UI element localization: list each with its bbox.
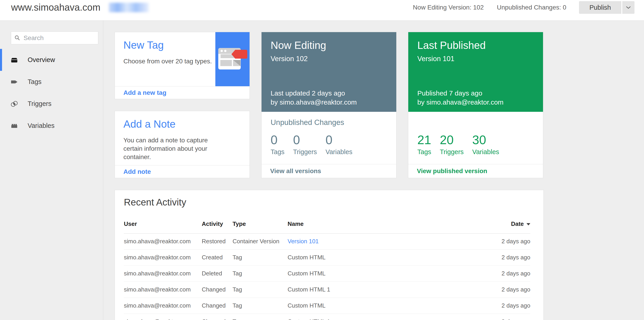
add-note-card-main: Add a Note You can add a note to capture… [115, 111, 250, 165]
search-input[interactable] [23, 34, 95, 42]
cell-type: Container Version [232, 234, 288, 250]
cell-date: 2 days ago [472, 234, 530, 250]
left-card-column: New Tag Choose from over 20 tag types. [114, 32, 250, 178]
sidebar-item-label: Tags [28, 78, 42, 85]
sidebar-item-triggers[interactable]: Triggers [0, 93, 103, 115]
cell-date: 2 days ago [472, 298, 530, 314]
unpublished-changes-heading: Unpublished Changes [270, 118, 344, 127]
tag-icon [10, 78, 18, 86]
now-editing-body: Unpublished Changes 0 Tags 0 Triggers [262, 112, 396, 164]
add-note-link[interactable]: Add note [124, 168, 151, 175]
cell-date: 2 days ago [472, 250, 530, 266]
activity-table-body: simo.ahava@reaktor.com Restored Containe… [124, 234, 530, 320]
cell-activity: Restored [202, 234, 232, 250]
topbar: www.simoahava.com Now Editing Version: 1… [0, 0, 644, 20]
recent-activity-card: Recent Activity User Activity Type Name … [114, 190, 544, 320]
last-published-title: Last Published [417, 39, 486, 51]
search-box [11, 31, 98, 44]
new-tag-card-footer: Add a new tag [115, 86, 250, 99]
stat-triggers: 20 Triggers [440, 133, 464, 156]
sidebar-nav: Overview Tags [0, 49, 103, 137]
add-note-title: Add a Note [124, 118, 176, 130]
cell-date: 2 days ago [472, 282, 530, 298]
activity-table-row: simo.ahava@reaktor.com Restored Containe… [124, 234, 530, 250]
activity-table-header-row: User Activity Type Name Date [124, 217, 530, 234]
now-editing-meta: Last updated 2 days ago by simo.ahava@re… [270, 89, 357, 107]
cell-name-link[interactable]: Version 101 [288, 234, 472, 250]
now-editing-hero: Now Editing Version 102 Last updated 2 d… [262, 32, 396, 112]
published-version-stats: 21 Tags 20 Triggers 30 Variables [417, 133, 499, 156]
now-editing-version-label: Now Editing Version: 102 [413, 4, 484, 11]
sidebar: Overview Tags [0, 20, 103, 320]
activity-table-row: simo.ahava@reaktor.com Created Tag Custo… [124, 250, 530, 266]
cell-name: Custom HTML [288, 298, 472, 314]
cell-type: Tag [232, 250, 288, 266]
cell-date: 2 days ago [472, 266, 530, 282]
cell-name: Custom HTML 1 [288, 282, 472, 298]
unpublished-changes-label: Unpublished Changes: 0 [497, 4, 566, 11]
cell-type: Tag [232, 282, 288, 298]
sidebar-item-variables[interactable]: Variables [0, 115, 103, 137]
unpublished-changes-stats: 0 Tags 0 Triggers 0 Variables [270, 133, 352, 156]
add-note-card[interactable]: Add a Note You can add a note to capture… [114, 111, 250, 178]
last-published-footer: View published version [408, 164, 543, 178]
add-note-description: You can add a note to capture certain in… [124, 136, 218, 161]
last-published-version: Version 101 [417, 55, 454, 63]
activity-table-row: simo.ahava@reaktor.com Changed Tag Custo… [124, 298, 530, 314]
last-published-body: 21 Tags 20 Triggers 30 Variables [408, 112, 543, 164]
sort-desc-icon [526, 223, 530, 225]
last-published-card: Last Published Version 101 Published 7 d… [408, 32, 543, 178]
sidebar-item-tags[interactable]: Tags [0, 71, 103, 93]
stat-variables: 0 Variables [326, 133, 352, 156]
cell-type: Tag [232, 266, 288, 282]
triggers-icon [10, 100, 18, 108]
new-tag-title: New Tag [124, 39, 164, 51]
now-editing-version: Version 102 [270, 55, 308, 63]
cell-user: simo.ahava@reaktor.com [124, 282, 202, 298]
last-published-meta: Published 7 days ago by simo.ahava@reakt… [417, 89, 504, 107]
cell-activity: Changed [202, 282, 232, 298]
add-note-card-footer: Add note [115, 165, 250, 178]
cell-user: simo.ahava@reaktor.com [124, 314, 202, 320]
cell-name: Custom HTML [288, 250, 472, 266]
activity-table-row: simo.ahava@reaktor.com Changed Tag Custo… [124, 314, 530, 320]
add-new-tag-link[interactable]: Add a new tag [124, 89, 166, 96]
now-editing-title: Now Editing [270, 39, 326, 51]
cell-activity: Changed [202, 314, 232, 320]
column-header-type: Type [232, 217, 288, 234]
publish-button[interactable]: Publish [579, 1, 621, 14]
publish-button-label: Publish [590, 4, 611, 11]
column-header-user: User [124, 217, 202, 234]
stat-variables: 30 Variables [472, 133, 499, 156]
column-header-date[interactable]: Date [472, 217, 530, 234]
main-content: New Tag Choose from over 20 tag types. [103, 20, 644, 320]
publish-menu-button[interactable] [622, 1, 634, 14]
new-tag-illustration-icon [215, 32, 250, 86]
cell-type: Tag [232, 314, 288, 320]
cell-activity: Created [202, 250, 232, 266]
cell-name: Custom HTML [288, 266, 472, 282]
container-id-redacted-badge [109, 3, 149, 12]
new-tag-description: Choose from over 20 tag types. [124, 57, 218, 65]
recent-activity-title: Recent Activity [124, 190, 530, 208]
chevron-down-icon [626, 6, 631, 9]
search-icon [14, 35, 20, 41]
cell-activity: Changed [202, 298, 232, 314]
content: Overview Tags [0, 20, 644, 320]
sidebar-item-overview[interactable]: Overview [0, 49, 103, 71]
selected-indicator [0, 49, 2, 71]
variables-icon [10, 122, 18, 130]
topbar-left: www.simoahava.com [11, 2, 149, 13]
view-published-version-link[interactable]: View published version [417, 167, 487, 175]
cell-user: simo.ahava@reaktor.com [124, 298, 202, 314]
stat-tags: 21 Tags [417, 133, 431, 156]
view-all-versions-link[interactable]: View all versions [270, 167, 321, 175]
gtm-workspace-page: www.simoahava.com Now Editing Version: 1… [0, 0, 644, 320]
sidebar-item-label: Variables [28, 122, 54, 129]
sidebar-item-label: Triggers [28, 100, 52, 107]
cell-activity: Deleted [202, 266, 232, 282]
column-header-activity: Activity [202, 217, 232, 234]
new-tag-card[interactable]: New Tag Choose from over 20 tag types. [114, 32, 250, 99]
cell-user: simo.ahava@reaktor.com [124, 266, 202, 282]
recent-activity-table: User Activity Type Name Date simo.ahava@… [124, 217, 530, 320]
